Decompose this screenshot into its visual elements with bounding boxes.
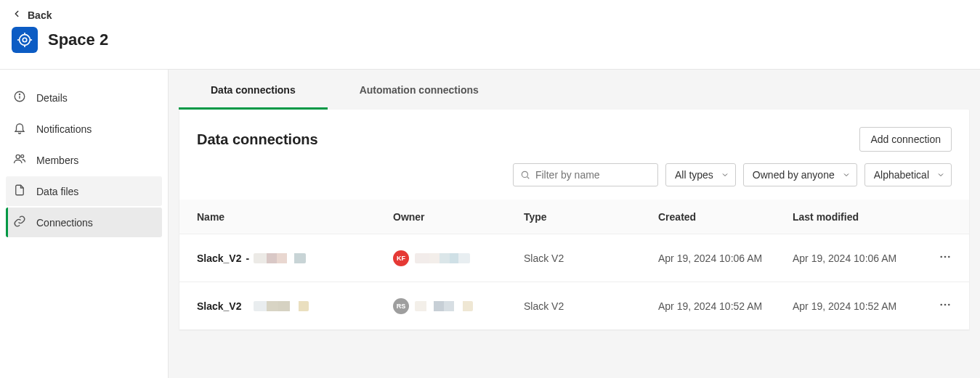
table-row[interactable]: Slack_V2 - KF Slack V2 Apr 19, 2024 10:0…	[179, 234, 969, 282]
svg-point-17	[944, 304, 947, 306]
page-title: Space 2	[48, 30, 108, 49]
tab-label: Automation connections	[360, 84, 479, 96]
col-name[interactable]: Name	[197, 211, 393, 223]
back-button[interactable]: Back	[12, 9, 968, 21]
table-row[interactable]: Slack_V2 RS Slack V2 Apr 19, 2024 10:52 …	[179, 282, 969, 330]
cell-created: Apr 19, 2024 10:52 AM	[658, 300, 793, 312]
main: Data connections Automation connections …	[169, 70, 980, 378]
cell-type: Slack V2	[524, 300, 658, 312]
cell-modified: Apr 19, 2024 10:52 AM	[793, 300, 927, 312]
redacted-text	[254, 301, 309, 311]
row-menu-button[interactable]	[939, 254, 952, 266]
button-label: Add connection	[870, 133, 941, 145]
title-row: Space 2	[12, 27, 968, 53]
search-wrap	[513, 163, 658, 186]
tabs: Data connections Automation connections	[179, 70, 970, 110]
filter-sort-dropdown[interactable]: Alphabetical	[864, 163, 952, 186]
svg-point-13	[940, 256, 942, 258]
cell-modified: Apr 19, 2024 10:06 AM	[793, 252, 927, 264]
filters-row: All types Owned by anyone Alphabetical	[179, 159, 969, 200]
cell-name: Slack_V2	[197, 300, 393, 312]
col-owner[interactable]: Owner	[393, 211, 524, 223]
redacted-text	[415, 301, 473, 311]
cell-owner: RS	[393, 298, 524, 314]
more-horizontal-icon	[939, 302, 952, 313]
file-icon	[13, 184, 26, 199]
avatar: KF	[393, 250, 409, 266]
add-connection-button[interactable]: Add connection	[859, 127, 952, 152]
filter-owner-dropdown[interactable]: Owned by anyone	[743, 163, 857, 186]
sidebar-item-label: Notifications	[36, 123, 92, 135]
sidebar-item-label: Connections	[36, 217, 93, 229]
tab-automation-connections[interactable]: Automation connections	[328, 70, 511, 110]
sidebar-item-details[interactable]: Details	[6, 83, 162, 112]
cell-name: Slack_V2 -	[197, 252, 393, 264]
name-suffix: -	[246, 252, 250, 264]
sidebar-item-label: Members	[36, 155, 78, 166]
svg-point-9	[16, 155, 20, 158]
svg-point-16	[940, 304, 942, 306]
redacted-text	[415, 253, 470, 263]
svg-point-15	[948, 256, 950, 258]
svg-line-12	[527, 177, 530, 179]
connections-table: Name Owner Type Created Last modified Sl…	[179, 200, 969, 330]
svg-point-14	[944, 256, 947, 258]
svg-point-11	[522, 171, 527, 177]
col-created[interactable]: Created	[658, 211, 793, 223]
avatar: RS	[393, 298, 409, 314]
connections-icon	[13, 215, 26, 230]
sidebar: Details Notifications Members Data files…	[0, 70, 169, 378]
chevron-left-icon	[12, 9, 22, 21]
sidebar-item-datafiles[interactable]: Data files	[6, 176, 162, 206]
table-head: Name Owner Type Created Last modified	[179, 200, 969, 234]
sidebar-item-notifications[interactable]: Notifications	[6, 114, 162, 144]
sidebar-item-members[interactable]: Members	[6, 145, 162, 175]
tab-data-connections[interactable]: Data connections	[179, 70, 328, 110]
svg-point-18	[948, 304, 950, 306]
cell-type: Slack V2	[524, 252, 658, 264]
sidebar-item-connections[interactable]: Connections	[6, 208, 162, 237]
svg-point-8	[19, 94, 20, 94]
col-modified[interactable]: Last modified	[793, 211, 927, 223]
cell-created: Apr 19, 2024 10:06 AM	[658, 252, 793, 264]
tab-label: Data connections	[211, 84, 296, 96]
members-icon	[13, 152, 26, 168]
sidebar-item-label: Details	[36, 92, 68, 104]
more-horizontal-icon	[939, 254, 952, 266]
svg-point-0	[20, 35, 31, 46]
row-menu-button[interactable]	[939, 302, 952, 313]
panel-title: Data connections	[197, 131, 318, 148]
svg-point-1	[23, 38, 27, 42]
back-label: Back	[28, 9, 52, 21]
dropdown-label: All types	[675, 169, 713, 181]
sidebar-item-label: Data files	[36, 186, 78, 197]
connection-name: Slack_V2	[197, 300, 242, 312]
topbar: Back Space 2	[0, 0, 980, 70]
search-input[interactable]	[513, 163, 658, 186]
panel: Data connections Add connection All type…	[179, 110, 970, 331]
bell-icon	[13, 121, 26, 136]
svg-point-10	[21, 155, 24, 157]
col-type[interactable]: Type	[524, 211, 658, 223]
cell-owner: KF	[393, 250, 524, 266]
redacted-text	[254, 253, 306, 263]
dropdown-label: Owned by anyone	[753, 169, 835, 181]
space-icon	[12, 27, 38, 53]
filter-type-dropdown[interactable]: All types	[665, 163, 736, 186]
info-icon	[13, 90, 26, 105]
connection-name: Slack_V2	[197, 252, 242, 264]
dropdown-label: Alphabetical	[874, 169, 929, 181]
